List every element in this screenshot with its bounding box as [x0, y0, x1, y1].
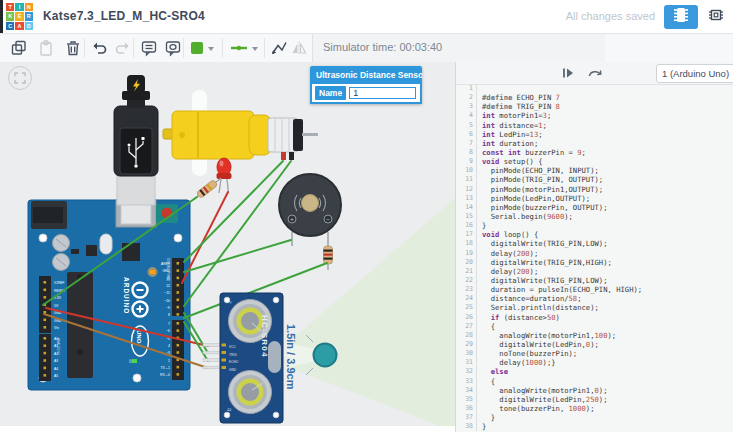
line-number: 20	[456, 258, 477, 267]
device-dropdown[interactable]: 1 (Arduino Uno)	[656, 64, 733, 83]
code-line[interactable]: 18 digitalWrite(TRIG_PIN,LOW);	[456, 239, 733, 248]
buzzer-resistor[interactable]	[324, 246, 333, 270]
code-line[interactable]: 25 Serial.println(distance);	[456, 303, 733, 312]
code-line[interactable]: 33 {	[456, 377, 733, 386]
line-content: }	[477, 221, 486, 230]
tinkercad-logo[interactable]: TINKERCAD	[6, 3, 33, 30]
line-number: 5	[456, 121, 477, 130]
code-line[interactable]: 3#define TRIG_PIN 8	[456, 102, 733, 111]
wire-type-dropdown[interactable]	[228, 37, 262, 59]
components-view-button[interactable]	[664, 5, 698, 29]
code-line[interactable]: 36 tone(buzzerPin, 1000);	[456, 404, 733, 413]
line-content: if (distance>50)	[477, 313, 560, 322]
line-number: 31	[456, 358, 477, 367]
line-number: 2	[456, 93, 477, 102]
line-content: digitalWrite(TRIG_PIN,LOW);	[477, 276, 608, 285]
code-line[interactable]: 29 digitalWrite(LedPin,0);	[456, 340, 733, 349]
line-number: 12	[456, 185, 477, 194]
piezo-buzzer[interactable]: + −	[279, 174, 341, 246]
wire-edit-button[interactable]	[268, 37, 290, 59]
code-line[interactable]: 32 else	[456, 367, 733, 376]
color-dropdown[interactable]	[188, 37, 218, 59]
name-input[interactable]	[349, 87, 416, 99]
code-line[interactable]: 7int duration;	[456, 139, 733, 148]
code-line[interactable]: 28 analogWrite(motorPin1,100);	[456, 331, 733, 340]
motor-terminal-positive[interactable]	[281, 152, 286, 160]
code-line[interactable]: 38}	[456, 422, 733, 431]
code-line[interactable]: 17void loop() {	[456, 230, 733, 239]
redo-button[interactable]	[112, 37, 134, 59]
digital-header-bottom[interactable]	[172, 320, 184, 380]
code-panel: 1 (Arduino Uno) 1 2#define ECHO_PIN 73#d…	[455, 62, 733, 432]
notes-button[interactable]	[138, 37, 160, 59]
code-line[interactable]: 12 pinMode(motorPin1,OUTPUT);	[456, 185, 733, 194]
ic-view-button[interactable]	[702, 5, 730, 29]
code-line[interactable]: 21 delay(200);	[456, 267, 733, 276]
code-line[interactable]: 4int motorPin1=3;	[456, 111, 733, 120]
code-line[interactable]: 34 analogWrite(motorPin1,0);	[456, 386, 733, 395]
undo-button[interactable]	[88, 37, 110, 59]
led-13-indicator	[150, 270, 155, 274]
fit-view-icon	[14, 72, 26, 84]
copy-button[interactable]	[8, 37, 30, 59]
popup-title[interactable]: Ultrasonic Distance Sensor (…	[310, 66, 422, 84]
code-line[interactable]: 35 digitalWrite(LedPin,250);	[456, 395, 733, 404]
paste-button[interactable]	[35, 37, 57, 59]
smd-chip	[122, 243, 140, 261]
wire-green[interactable]	[184, 161, 291, 306]
line-number: 3	[456, 102, 477, 111]
line-number: 38	[456, 422, 477, 431]
code-line[interactable]: 22 digitalWrite(TRIG_PIN,LOW);	[456, 276, 733, 285]
line-content: int motorPin1=3;	[477, 111, 551, 120]
share-library-button[interactable]	[586, 65, 604, 81]
line-content: const int buzzerPin = 9;	[477, 148, 586, 157]
code-line[interactable]: 13 pinMode(LedPin,OUTPUT);	[456, 194, 733, 203]
zoom-to-fit-button[interactable]	[8, 66, 32, 90]
code-line[interactable]: 15 Serial.begin(9600);	[456, 212, 733, 221]
pin-label: 12	[166, 284, 170, 288]
debugger-button[interactable]	[559, 65, 577, 81]
code-line[interactable]: 23 duration = pulseIn(ECHO_PIN, HIGH);	[456, 285, 733, 294]
code-line[interactable]: 1	[456, 84, 733, 93]
pin-label: Vin	[54, 326, 59, 330]
code-line[interactable]: 11 pinMode(TRIG_PIN, OUTPUT);	[456, 175, 733, 184]
code-line[interactable]: 2#define ECHO_PIN 7	[456, 93, 733, 102]
document-title[interactable]: Katse7.3_LED_M_HC-SRO4	[43, 9, 205, 23]
code-line[interactable]: 6int LedPin=13;	[456, 130, 733, 139]
usb-cable[interactable]	[114, 75, 158, 224]
code-line[interactable]: 14 pinMode(buzzerPin, OUTPUT);	[456, 203, 733, 212]
labels-toggle-button[interactable]	[162, 37, 184, 59]
analog-header[interactable]	[39, 334, 51, 381]
line-number: 11	[456, 175, 477, 184]
code-line[interactable]: 16}	[456, 221, 733, 230]
code-line[interactable]: 27 {	[456, 322, 733, 331]
line-number: 8	[456, 148, 477, 157]
mirror-button[interactable]	[288, 37, 310, 59]
code-line[interactable]: 5int distance=1;	[456, 121, 733, 130]
circuit-canvas[interactable]: AREFGND1312~11~10~98 7~6~54~32TX→1RX←0 I…	[0, 62, 455, 432]
code-line[interactable]: 31 delay(1000);}	[456, 358, 733, 367]
code-editor[interactable]: 1 2#define ECHO_PIN 73#define TRIG_PIN 8…	[456, 84, 733, 432]
code-line[interactable]: 19 delay(200);	[456, 249, 733, 258]
code-line[interactable]: 37 }	[456, 413, 733, 422]
gear-motor[interactable]	[163, 111, 318, 160]
component-inspector-popup[interactable]: Ultrasonic Distance Sensor (… Name	[310, 66, 422, 104]
delete-button[interactable]	[62, 37, 84, 59]
line-number: 4	[456, 111, 477, 120]
line-number: 36	[456, 404, 477, 413]
line-content	[477, 84, 486, 93]
code-line[interactable]: 26 if (distance>50)	[456, 313, 733, 322]
red-led[interactable]	[217, 158, 232, 193]
logo-tile: T	[6, 3, 14, 11]
code-line[interactable]: 8const int buzzerPin = 9;	[456, 148, 733, 157]
code-line[interactable]: 9void setup() {	[456, 157, 733, 166]
target-ball[interactable]	[314, 344, 337, 367]
code-line[interactable]: 20 digitalWrite(TRIG_PIN,HIGH);	[456, 258, 733, 267]
code-line[interactable]: 30 noTone(buzzerPin);	[456, 349, 733, 358]
hc-sr04-sensor[interactable]: T R HC-SR04 VCCTRIGECHOGND	[203, 293, 283, 423]
motor-terminal-negative[interactable]	[289, 152, 294, 160]
line-number: 18	[456, 239, 477, 248]
code-line[interactable]: 10 pinMode(ECHO_PIN, INPUT);	[456, 166, 733, 175]
code-line[interactable]: 24 distance=duration/58;	[456, 294, 733, 303]
arduino-uno[interactable]: AREFGND1312~11~10~98 7~6~54~32TX→1RX←0 I…	[28, 200, 190, 390]
